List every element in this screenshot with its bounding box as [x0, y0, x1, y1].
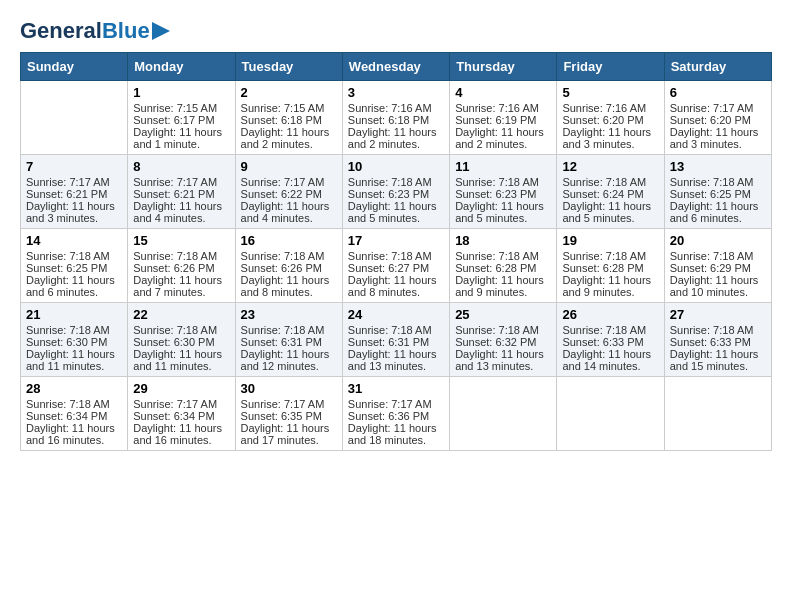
calendar-header-cell: Monday — [128, 53, 235, 81]
day-content-line: Sunrise: 7:18 AM — [455, 250, 551, 262]
day-number: 22 — [133, 307, 229, 322]
day-content-line: Daylight: 11 hours — [133, 274, 229, 286]
day-content-line: Daylight: 11 hours — [562, 274, 658, 286]
calendar-day-cell: 24Sunrise: 7:18 AMSunset: 6:31 PMDayligh… — [342, 303, 449, 377]
day-content-line: Daylight: 11 hours — [562, 348, 658, 360]
day-content-line: Daylight: 11 hours — [241, 200, 337, 212]
calendar-day-cell: 3Sunrise: 7:16 AMSunset: 6:18 PMDaylight… — [342, 81, 449, 155]
calendar-day-cell — [21, 81, 128, 155]
day-content-line: Sunset: 6:31 PM — [241, 336, 337, 348]
calendar-day-cell — [664, 377, 771, 451]
calendar-day-cell: 10Sunrise: 7:18 AMSunset: 6:23 PMDayligh… — [342, 155, 449, 229]
day-content-line: Daylight: 11 hours — [670, 348, 766, 360]
day-content-line: Daylight: 11 hours — [670, 200, 766, 212]
day-content-line: and 3 minutes. — [562, 138, 658, 150]
day-content-line: and 11 minutes. — [26, 360, 122, 372]
day-number: 23 — [241, 307, 337, 322]
day-content-line: and 4 minutes. — [133, 212, 229, 224]
day-content-line: Sunrise: 7:18 AM — [562, 324, 658, 336]
day-content-line: Sunrise: 7:18 AM — [241, 324, 337, 336]
calendar-day-cell: 27Sunrise: 7:18 AMSunset: 6:33 PMDayligh… — [664, 303, 771, 377]
day-content-line: Sunrise: 7:18 AM — [670, 250, 766, 262]
day-content-line: Daylight: 11 hours — [26, 422, 122, 434]
calendar-day-cell: 18Sunrise: 7:18 AMSunset: 6:28 PMDayligh… — [450, 229, 557, 303]
day-number: 28 — [26, 381, 122, 396]
day-content-line: Daylight: 11 hours — [670, 126, 766, 138]
day-content-line: and 3 minutes. — [670, 138, 766, 150]
day-content-line: and 10 minutes. — [670, 286, 766, 298]
day-content-line: Daylight: 11 hours — [26, 200, 122, 212]
day-number: 15 — [133, 233, 229, 248]
day-number: 9 — [241, 159, 337, 174]
day-content-line: Sunset: 6:20 PM — [670, 114, 766, 126]
day-content-line: Sunset: 6:30 PM — [26, 336, 122, 348]
day-content-line: Sunrise: 7:18 AM — [348, 176, 444, 188]
day-content-line: and 7 minutes. — [133, 286, 229, 298]
day-content-line: Sunrise: 7:17 AM — [348, 398, 444, 410]
calendar-day-cell: 8Sunrise: 7:17 AMSunset: 6:21 PMDaylight… — [128, 155, 235, 229]
day-content-line: Sunset: 6:34 PM — [26, 410, 122, 422]
day-number: 7 — [26, 159, 122, 174]
calendar-week-row: 7Sunrise: 7:17 AMSunset: 6:21 PMDaylight… — [21, 155, 772, 229]
day-content-line: and 13 minutes. — [348, 360, 444, 372]
day-content-line: and 16 minutes. — [26, 434, 122, 446]
day-content-line: Daylight: 11 hours — [348, 126, 444, 138]
day-content-line: Sunset: 6:29 PM — [670, 262, 766, 274]
day-number: 5 — [562, 85, 658, 100]
day-content-line: and 4 minutes. — [241, 212, 337, 224]
day-content-line: Daylight: 11 hours — [133, 348, 229, 360]
day-number: 1 — [133, 85, 229, 100]
calendar-day-cell: 30Sunrise: 7:17 AMSunset: 6:35 PMDayligh… — [235, 377, 342, 451]
calendar-day-cell: 13Sunrise: 7:18 AMSunset: 6:25 PMDayligh… — [664, 155, 771, 229]
day-content-line: Sunset: 6:36 PM — [348, 410, 444, 422]
calendar-week-row: 14Sunrise: 7:18 AMSunset: 6:25 PMDayligh… — [21, 229, 772, 303]
calendar-week-row: 21Sunrise: 7:18 AMSunset: 6:30 PMDayligh… — [21, 303, 772, 377]
day-content-line: Sunset: 6:28 PM — [455, 262, 551, 274]
calendar-day-cell: 31Sunrise: 7:17 AMSunset: 6:36 PMDayligh… — [342, 377, 449, 451]
day-number: 31 — [348, 381, 444, 396]
calendar-day-cell: 4Sunrise: 7:16 AMSunset: 6:19 PMDaylight… — [450, 81, 557, 155]
day-content-line: Daylight: 11 hours — [562, 126, 658, 138]
calendar-header-row: SundayMondayTuesdayWednesdayThursdayFrid… — [21, 53, 772, 81]
day-content-line: Daylight: 11 hours — [455, 200, 551, 212]
day-content-line: Sunset: 6:25 PM — [26, 262, 122, 274]
day-number: 12 — [562, 159, 658, 174]
day-content-line: Sunset: 6:21 PM — [26, 188, 122, 200]
calendar-day-cell: 12Sunrise: 7:18 AMSunset: 6:24 PMDayligh… — [557, 155, 664, 229]
day-content-line: and 18 minutes. — [348, 434, 444, 446]
day-content-line: Sunrise: 7:18 AM — [562, 176, 658, 188]
day-number: 11 — [455, 159, 551, 174]
calendar-day-cell: 2Sunrise: 7:15 AMSunset: 6:18 PMDaylight… — [235, 81, 342, 155]
day-content-line: Daylight: 11 hours — [241, 422, 337, 434]
calendar-header-cell: Wednesday — [342, 53, 449, 81]
day-content-line: Sunrise: 7:17 AM — [241, 398, 337, 410]
day-content-line: Sunrise: 7:18 AM — [133, 324, 229, 336]
day-content-line: Sunset: 6:31 PM — [348, 336, 444, 348]
day-content-line: and 11 minutes. — [133, 360, 229, 372]
calendar-day-cell: 5Sunrise: 7:16 AMSunset: 6:20 PMDaylight… — [557, 81, 664, 155]
logo-arrow-icon — [152, 22, 170, 40]
day-content-line: Sunrise: 7:18 AM — [26, 250, 122, 262]
day-number: 16 — [241, 233, 337, 248]
day-number: 3 — [348, 85, 444, 100]
day-content-line: and 6 minutes. — [26, 286, 122, 298]
day-content-line: Sunrise: 7:18 AM — [348, 324, 444, 336]
day-content-line: Daylight: 11 hours — [26, 274, 122, 286]
day-content-line: Sunrise: 7:18 AM — [241, 250, 337, 262]
day-content-line: Sunset: 6:32 PM — [455, 336, 551, 348]
day-content-line: Sunrise: 7:15 AM — [241, 102, 337, 114]
day-content-line: Sunset: 6:23 PM — [348, 188, 444, 200]
calendar-day-cell: 28Sunrise: 7:18 AMSunset: 6:34 PMDayligh… — [21, 377, 128, 451]
day-content-line: Sunrise: 7:18 AM — [562, 250, 658, 262]
day-content-line: Daylight: 11 hours — [455, 348, 551, 360]
calendar-day-cell: 20Sunrise: 7:18 AMSunset: 6:29 PMDayligh… — [664, 229, 771, 303]
calendar-day-cell: 11Sunrise: 7:18 AMSunset: 6:23 PMDayligh… — [450, 155, 557, 229]
calendar-day-cell: 7Sunrise: 7:17 AMSunset: 6:21 PMDaylight… — [21, 155, 128, 229]
calendar-day-cell: 26Sunrise: 7:18 AMSunset: 6:33 PMDayligh… — [557, 303, 664, 377]
day-content-line: Sunset: 6:33 PM — [562, 336, 658, 348]
day-content-line: and 8 minutes. — [348, 286, 444, 298]
day-content-line: Sunrise: 7:17 AM — [26, 176, 122, 188]
calendar-day-cell: 23Sunrise: 7:18 AMSunset: 6:31 PMDayligh… — [235, 303, 342, 377]
day-content-line: and 6 minutes. — [670, 212, 766, 224]
day-content-line: and 2 minutes. — [348, 138, 444, 150]
